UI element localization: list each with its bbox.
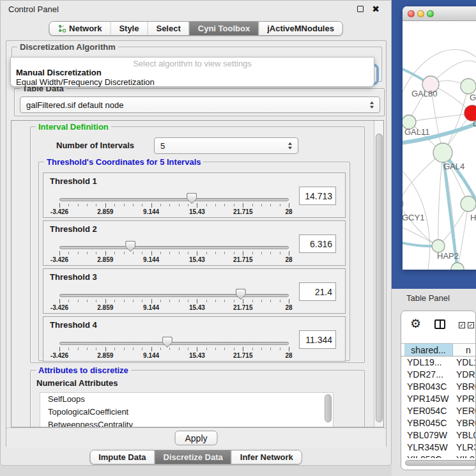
table-row[interactable]: YBR043CYBR0 [401, 381, 476, 393]
number-of-intervals-combobox[interactable]: 5 [154, 137, 298, 154]
tab-jactivemnodules[interactable]: jActiveMNodules [258, 22, 342, 35]
slider-tick-label: 28 [285, 304, 292, 311]
cell-shared-name: YLR345W [404, 441, 453, 454]
thresholds-group: Threshold's Coordinates for 5 Intervals … [38, 162, 350, 361]
slider-thumb[interactable] [125, 241, 135, 252]
node-label: H [470, 213, 476, 222]
cyni-mode-tabbar: Impute Data Discretize Data Infer Networ… [89, 450, 302, 464]
attributes-list[interactable]: SelfLoopsTopologicalCoefficientBetweenne… [40, 392, 334, 427]
slider-tick-label: 9.144 [143, 304, 159, 311]
apply-button[interactable]: Apply [174, 431, 217, 445]
control-panel-titlebar[interactable]: Control Panel ✖ [1, 1, 391, 17]
number-of-intervals-label: Number of Intervals [56, 141, 134, 150]
checkbox-icon[interactable]: ✓ [468, 322, 474, 328]
cell-name: YDL1 [453, 357, 476, 369]
cell-name: YLR3 [453, 441, 476, 454]
tab-cyni-toolbox[interactable]: Cyni Toolbox [189, 22, 258, 35]
table-data-combobox[interactable]: galFiltered.sif default node [20, 96, 380, 113]
close-button[interactable] [408, 10, 415, 17]
interval-definition-group: Interval Definition Number of Intervals … [30, 127, 365, 363]
node-top-right[interactable] [461, 79, 476, 94]
tab-network[interactable]: Network [49, 22, 110, 35]
table-row[interactable]: YBR045CYBR0 [401, 417, 476, 429]
slider-tick-label: 15.43 [189, 208, 205, 215]
threshold-3-panel: Threshold 3 -3.4262.8599.14415.4321.7152… [43, 268, 346, 314]
tab-label: jActiveMNodules [267, 24, 334, 33]
network-canvas[interactable]: GAL80GCGAL11GAL4GCY1HHAP2 [403, 22, 476, 270]
slider-tick-labels: -3.4262.8599.14415.4321.71528 [43, 256, 345, 264]
table-row[interactable]: YDL19...YDL1 [401, 357, 476, 369]
minimize-button[interactable] [417, 10, 424, 17]
column-header-name[interactable]: n [453, 344, 476, 356]
attribute-item[interactable]: BetweennessCentrality [40, 418, 333, 427]
scrollbar-thumb[interactable] [376, 134, 383, 422]
cell-shared-name: YBR043C [404, 381, 453, 393]
slider-track[interactable] [59, 198, 289, 201]
slider-thumb[interactable] [162, 337, 173, 348]
split-panel-icon[interactable] [434, 319, 445, 329]
list-scrollbar[interactable] [325, 394, 332, 422]
tab-style[interactable]: Style [110, 22, 147, 35]
threshold-value-field[interactable]: 21.4 [299, 282, 336, 301]
slider-track[interactable] [59, 342, 289, 345]
node-bottom[interactable] [451, 263, 464, 270]
horizontal-scrollbar[interactable] [401, 459, 476, 466]
table-row[interactable]: YPR145WYPR1 [401, 393, 476, 405]
table-data-group: Table Data galFiltered.sif default node [14, 88, 385, 116]
close-icon[interactable]: ✖ [372, 3, 380, 15]
tab-infer-network[interactable]: Infer Network [231, 450, 302, 464]
node-gal4[interactable] [433, 143, 452, 162]
attribute-item[interactable]: SelfLoops [40, 393, 333, 406]
gear-icon[interactable]: ⚙ [410, 316, 421, 331]
vertical-scrollbar[interactable] [374, 121, 383, 427]
table-row[interactable]: YBL079WYBL0 [401, 429, 476, 441]
threshold-value-field[interactable]: 11.344 [299, 330, 336, 349]
group-title: Attributes to discretize [36, 365, 131, 375]
tab-select[interactable]: Select [147, 22, 188, 35]
table-row[interactable]: YLR345WYLR3 [401, 441, 476, 454]
window-title: Control Panel [8, 4, 59, 14]
tab-discretize-data[interactable]: Discretize Data [155, 450, 231, 464]
tab-impute-data[interactable]: Impute Data [90, 450, 154, 464]
attribute-item[interactable]: TopologicalCoefficient [40, 406, 333, 418]
cell-shared-name: YER054C [404, 405, 453, 417]
node-label: C [473, 119, 476, 128]
tab-label: Select [156, 24, 180, 33]
apply-row: Apply [6, 427, 386, 447]
table-header-row: shared... n [401, 343, 476, 357]
node-hap2[interactable] [432, 240, 445, 252]
slider-tick-label: 28 [285, 208, 292, 215]
cell-name: YBR0 [453, 381, 476, 393]
float-window-icon[interactable] [357, 6, 364, 12]
dropdown-option-manual[interactable]: Manual Discretization [16, 68, 102, 77]
threshold-4-panel: Threshold 4 -3.4262.8599.14415.4321.7152… [43, 316, 346, 362]
table-row[interactable]: YIL052CYIL0 [401, 454, 476, 458]
slider-major-ticks [59, 347, 289, 351]
scrollbar-thumb[interactable] [405, 460, 476, 466]
slider-tick-labels: -3.4262.8599.14415.4321.71528 [43, 352, 345, 360]
numerical-attributes-label: Numerical Attributes [36, 378, 118, 388]
checkbox-icon[interactable]: ✓ [459, 322, 465, 328]
node-label: GCY1 [403, 213, 424, 222]
column-header-shared-name[interactable]: shared... [404, 344, 453, 356]
network-window-titlebar[interactable] [403, 6, 476, 21]
threshold-value-field[interactable]: 14.713 [299, 187, 336, 205]
node-label: HAP2 [437, 251, 459, 261]
node-gcy1[interactable] [403, 198, 403, 210]
slider-thumb[interactable] [187, 193, 197, 204]
dropdown-option-equal-width[interactable]: Equal Width/Frequency Discretization [16, 77, 155, 87]
table-row[interactable]: YDR27...YDR2 [401, 369, 476, 381]
cell-name: YIL0 [453, 454, 476, 458]
combo-value: galFiltered.sif default node [26, 100, 123, 110]
node-right-mid[interactable] [461, 196, 476, 211]
slider-track[interactable] [59, 294, 289, 297]
combo-value: 5 [160, 141, 165, 151]
table-panel-title: Table Panel [406, 293, 450, 303]
zoom-button[interactable] [427, 10, 434, 17]
slider-tick-label: 9.144 [143, 352, 159, 359]
slider-thumb[interactable] [236, 289, 246, 300]
table-row[interactable]: YER054CYER0 [401, 405, 476, 417]
slider-track[interactable] [59, 246, 289, 249]
cell-name: YPR1 [453, 393, 476, 405]
threshold-value-field[interactable]: 6.316 [299, 234, 336, 253]
